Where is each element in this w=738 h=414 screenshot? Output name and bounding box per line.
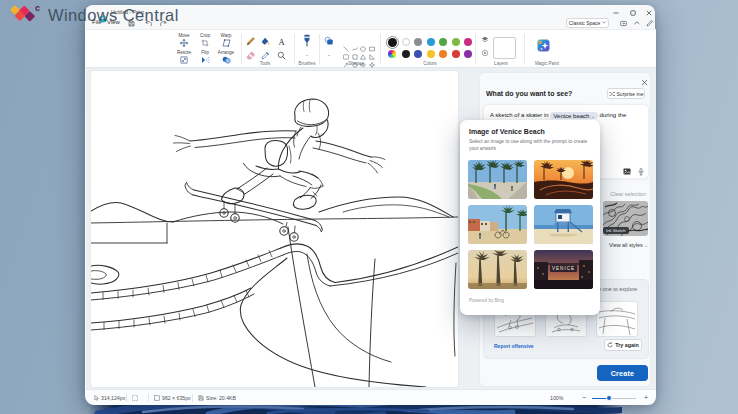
maximize-button[interactable] [627,8,639,17]
file-size-value: Size: 20.4KB [206,395,236,401]
popup-thumbnail-beach-street[interactable] [468,205,527,244]
shuffle-icon [609,91,615,97]
minimize-button[interactable] [610,8,622,17]
eyedropper-icon[interactable] [260,50,270,60]
zoom-slider[interactable] [592,398,636,400]
try-again-button[interactable]: Try again [604,339,642,351]
color-swatch-color-wheel[interactable] [388,50,396,58]
shapes-icon[interactable] [324,36,334,46]
zoom-in-button[interactable]: + [642,394,650,401]
popup-thumbnail-venice-sign-night[interactable]: VENICE [534,250,593,289]
statusbar-divider [148,394,149,402]
color-swatch-light-green[interactable] [452,38,460,46]
prompt-token-dropdown[interactable]: Venice beach ⌄ [550,112,597,119]
redo-icon[interactable] [158,19,167,28]
ribbon-divider [380,34,381,64]
undo-icon[interactable] [144,19,153,28]
prompt-after: during the [600,112,627,118]
zoom-level: 100% [550,395,563,401]
cursor-position-value: 314,124px [101,395,125,401]
color-swatch-indigo[interactable] [414,50,422,58]
svg-text:A: A [278,37,285,46]
warp-icon [213,39,239,47]
layer-thumbnail[interactable] [493,37,516,59]
magic-paint-group-label: Magic Paint [535,61,559,66]
zoom-slider-knob[interactable] [606,395,612,401]
ribbon-divider [241,34,242,64]
prompt-token-label: Venice beach [553,112,589,118]
view-all-styles-label: View all styles [609,242,643,248]
color-swatch-purple[interactable] [464,50,472,58]
color-swatch-white[interactable] [402,38,410,46]
menu-file[interactable]: File [92,19,102,25]
result-thumbnail-3[interactable] [596,301,638,337]
magnifier-icon[interactable] [276,50,286,60]
colors-group-label: Colors [423,61,436,66]
zoom-out-button[interactable]: − [580,394,588,401]
brush-icon[interactable] [302,35,312,45]
eraser-icon[interactable] [245,50,255,60]
chevron-down-icon [602,21,606,24]
add-layer-icon[interactable] [480,35,489,44]
brushes-chevron-icon[interactable]: ⌄ [305,52,309,57]
panel-close-icon[interactable] [639,77,649,87]
save-icon[interactable] [127,19,136,28]
chevron-up-icon[interactable] [632,19,641,28]
zoom-level-value: 100% [550,395,563,401]
cursor-icon [94,395,99,401]
ribbon-divider [524,34,525,64]
magic-paint-icon[interactable] [537,38,550,51]
popup-thumbnail-palm-grove[interactable] [468,250,527,289]
windows-central-logo: c [9,4,41,26]
color-swatch-black[interactable] [388,38,397,47]
close-button[interactable] [643,8,655,17]
color-swatch-orange[interactable] [439,50,447,58]
ribbon-divider [294,34,295,64]
menu-view[interactable]: View [107,19,120,25]
surprise-me-button[interactable]: Surprise me [607,88,645,99]
canvas-size-value: 962 × 635px [162,395,191,401]
share-icon[interactable] [619,19,628,28]
popup-thumbnail-lifeguard-tower[interactable] [534,205,593,244]
canvas-size-icon [154,395,160,401]
color-swatch-black-2[interactable] [402,50,410,58]
workspace-dropdown[interactable]: Classic Space [566,18,609,28]
layer-options-icon[interactable] [480,48,489,57]
drawing-canvas[interactable] [91,71,458,387]
try-again-label: Try again [615,342,639,348]
color-swatch-magenta[interactable] [464,38,472,46]
add-image-icon[interactable] [622,167,631,176]
color-swatch-green[interactable] [439,38,447,46]
powered-by-bing: Powered by Bing [469,298,504,303]
popup-thumbnail-boardwalk-palms[interactable] [468,160,527,199]
fill-icon[interactable] [260,36,270,46]
text-tool-icon[interactable]: A [276,36,286,46]
microphone-icon[interactable] [636,167,645,176]
popup-subtitle: Select an image to use along with the pr… [469,139,593,152]
svg-text:c: c [35,4,40,13]
color-swatch-red[interactable] [452,50,460,58]
ribbon-divider [319,34,320,64]
window-title: Untitled - Paint [111,9,144,15]
menubar: File View Classic Space [86,17,654,29]
report-offensive-link[interactable]: Report offensive [494,343,533,349]
pencil-icon[interactable] [245,36,255,46]
shapes-chevron-icon[interactable]: ⌄ [327,52,331,57]
color-swatch-yellow[interactable] [427,50,435,58]
popup-thumbnail-sunset-skatepark[interactable] [534,160,593,199]
chevron-down-icon: ⌄ [591,113,595,118]
arrange-icon [213,56,239,64]
warp-button[interactable]: Warp [213,33,239,47]
feedback-pen-icon[interactable] [645,19,654,28]
style-badge: Ink Sketch [603,227,629,234]
skater-sketch [91,71,458,387]
ribbon-toolbar: Move Crop Warp Resize Flip Arrange A Too… [86,29,656,68]
color-swatch-blue[interactable] [427,38,435,46]
arrange-button[interactable]: Arrange [213,50,239,64]
selection-icon [132,395,138,401]
style-thumbnail-ink-sketch[interactable]: Ink Sketch [603,201,648,236]
disk-icon [198,395,204,401]
color-swatch-gray[interactable] [414,38,422,46]
create-button[interactable]: Create [597,365,648,381]
brushes-group-label: Brushes [299,61,316,66]
